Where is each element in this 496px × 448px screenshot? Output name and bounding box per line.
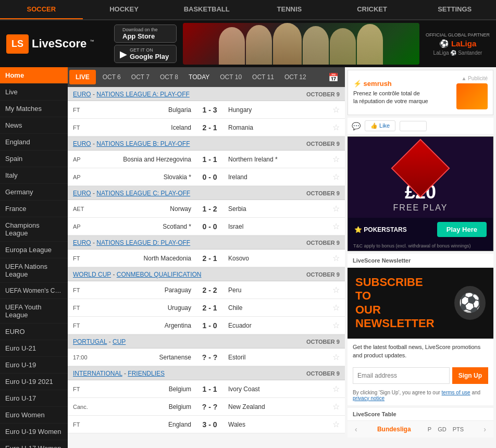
sidebar-item-uefa-womens[interactable]: UEFA Women's Cha... (0, 283, 68, 299)
poker-brand: ⭐ POKERSTARS (354, 226, 407, 233)
table-col-pts: PTS (453, 426, 464, 432)
match-teams: Bosnia and Herzegovina 1 - 1 Northern Ir… (91, 155, 328, 164)
match-status: 17:00 (73, 354, 91, 360)
sidebar-item-euro[interactable]: EURO (0, 323, 68, 340)
like-button[interactable]: 👍 Like (365, 120, 395, 131)
away-team: Ivory Coast (228, 385, 328, 393)
sidebar-item-euro-u17[interactable]: Euro U-17 (0, 390, 68, 407)
sidebar-item-champions-league[interactable]: Champions League (0, 217, 68, 242)
play-store-button[interactable]: ▶ GET IT ON Google Play (114, 45, 177, 63)
match-teams: Bulgaria 1 - 3 Hungary (91, 106, 328, 114)
sidebar-item-home[interactable]: Home (0, 67, 68, 84)
share-button[interactable]: Share (400, 121, 426, 131)
tab-today[interactable]: TODAY (183, 70, 215, 84)
nav-item-hockey[interactable]: HOCKEY (83, 0, 166, 19)
match-status: FT (73, 322, 91, 329)
email-input[interactable] (353, 367, 450, 384)
match-score: 2 - 2 (195, 286, 224, 294)
favorite-star[interactable]: ☆ (332, 285, 340, 295)
tab-oct8[interactable]: OCT 8 (155, 70, 183, 84)
logo-box: LS (6, 34, 29, 54)
favorite-star[interactable]: ☆ (332, 384, 340, 394)
sidebar-item-euro-u19[interactable]: Euro U-19 (0, 357, 68, 374)
sidebar-item-euro-u19-women[interactable]: Euro U-19 Women (0, 424, 68, 440)
tab-oct11[interactable]: OCT 11 (247, 70, 279, 84)
sidebar-item-france[interactable]: France (0, 201, 68, 217)
sidebar-item-live[interactable]: Live (0, 84, 68, 101)
favorite-star[interactable]: ☆ (332, 303, 340, 313)
sidebar-item-germany[interactable]: Germany (0, 184, 68, 201)
sidebar-item-spain[interactable]: Spain (0, 151, 68, 167)
tab-oct7[interactable]: OCT 7 (126, 70, 155, 84)
table-league-name[interactable]: Bundesliga (377, 426, 411, 433)
league-title: EURO - NATIONS LEAGUE C: PLAY-OFF (73, 190, 190, 197)
match-row: FT Argentina 1 - 0 Ecuador ☆ (68, 317, 345, 334)
league-header: EURO - NATIONS LEAGUE D: PLAY-OFF OCTOBE… (68, 235, 345, 250)
favorite-star[interactable]: ☆ (332, 105, 340, 115)
sidebar-item-uefa-nations[interactable]: UEFA Nations League (0, 258, 68, 283)
poker-freeplay: FREE PLAY (353, 203, 488, 213)
match-status: AP (73, 223, 91, 230)
table-section: LiveScore Table ‹ Bundesliga P GD PTS › (348, 408, 493, 438)
tab-oct10[interactable]: OCT 10 (215, 70, 247, 84)
away-team: Northern Ireland * (228, 156, 328, 163)
match-teams: Slovakia * 0 - 0 Ireland (91, 173, 328, 181)
home-team: Belgium (91, 385, 191, 393)
play-here-button[interactable]: Play Here (437, 222, 487, 237)
match-status: FT (73, 125, 91, 131)
calendar-icon[interactable]: 📅 (322, 69, 345, 86)
sidebar-item-euro-women[interactable]: Euro Women (0, 407, 68, 424)
match-status: FT (73, 107, 91, 113)
match-row: AET Norway 1 - 2 Serbia ☆ (68, 200, 345, 218)
home-team: England (91, 421, 191, 428)
tab-live[interactable]: LIVE (69, 70, 96, 84)
play-store-label: Google Play (130, 53, 169, 60)
nav-item-cricket[interactable]: CRICKET (331, 0, 414, 19)
tab-oct6[interactable]: OCT 6 (97, 70, 126, 84)
nav-item-settings[interactable]: SETTINGS (413, 0, 496, 19)
nav-item-tennis[interactable]: TENNIS (248, 0, 331, 19)
app-store-button[interactable]: Download on the App Store (114, 24, 177, 43)
nav-item-soccer[interactable]: SOCCER (0, 0, 83, 19)
league-section-euro-d: EURO - NATIONS LEAGUE D: PLAY-OFF OCTOBE… (68, 235, 345, 267)
league-header: WORLD CUP - CONMEBOL QUALIFICATION OCTOB… (68, 267, 345, 281)
match-score: 2 - 1 (195, 304, 224, 312)
home-team: Scotland * (91, 223, 191, 230)
nav-item-basketball[interactable]: BASKETBALL (165, 0, 248, 19)
ad-close-button[interactable]: ▲ Publicité (462, 76, 488, 81)
sidebar-item-italy[interactable]: Italy (0, 167, 68, 184)
match-score: ? - ? (195, 403, 224, 411)
favorite-star[interactable]: ☆ (332, 419, 340, 429)
sidebar-item-euro-u17-women[interactable]: Euro U-17 Women (0, 440, 68, 448)
sidebar-item-euro-u21[interactable]: Euro U-21 (0, 340, 68, 357)
sidebar-item-europa-league[interactable]: Europa League (0, 242, 68, 258)
sidebar-item-news[interactable]: News (0, 117, 68, 134)
match-score: 0 - 0 (195, 173, 224, 181)
league-title: WORLD CUP - CONMEBOL QUALIFICATION (73, 271, 201, 278)
league-date: OCTOBER 9 (306, 339, 340, 345)
sidebar-item-england[interactable]: England (0, 134, 68, 151)
favorite-star[interactable]: ☆ (332, 402, 340, 412)
sidebar-item-euro-u19-2021[interactable]: Euro U-19 2021 (0, 374, 68, 390)
players-banner (183, 23, 419, 65)
favorite-star[interactable]: ☆ (332, 172, 340, 182)
tab-oct12[interactable]: OCT 12 (279, 70, 312, 84)
next-league-arrow[interactable]: › (480, 424, 489, 434)
favorite-star[interactable]: ☆ (332, 221, 340, 231)
app-store-label: App Store (122, 32, 158, 40)
signup-button[interactable]: Sign Up (452, 367, 488, 384)
play-icon: ▶ (120, 48, 127, 60)
favorite-star[interactable]: ☆ (332, 352, 340, 362)
home-team: Uruguay (91, 304, 191, 312)
prev-league-arrow[interactable]: ‹ (352, 424, 361, 434)
favorite-star[interactable]: ☆ (332, 204, 340, 214)
sidebar-item-uefa-youth[interactable]: UEFA Youth League (0, 299, 68, 323)
match-status: FT (73, 305, 91, 311)
favorite-star[interactable]: ☆ (332, 154, 340, 164)
favorite-star[interactable]: ☆ (332, 122, 340, 132)
sidebar-item-my-matches[interactable]: My Matches (0, 101, 68, 117)
home-team: Slovakia * (91, 173, 191, 181)
league-section-world-cup: WORLD CUP - CONMEBOL QUALIFICATION OCTOB… (68, 267, 345, 334)
favorite-star[interactable]: ☆ (332, 320, 340, 330)
favorite-star[interactable]: ☆ (332, 253, 340, 263)
